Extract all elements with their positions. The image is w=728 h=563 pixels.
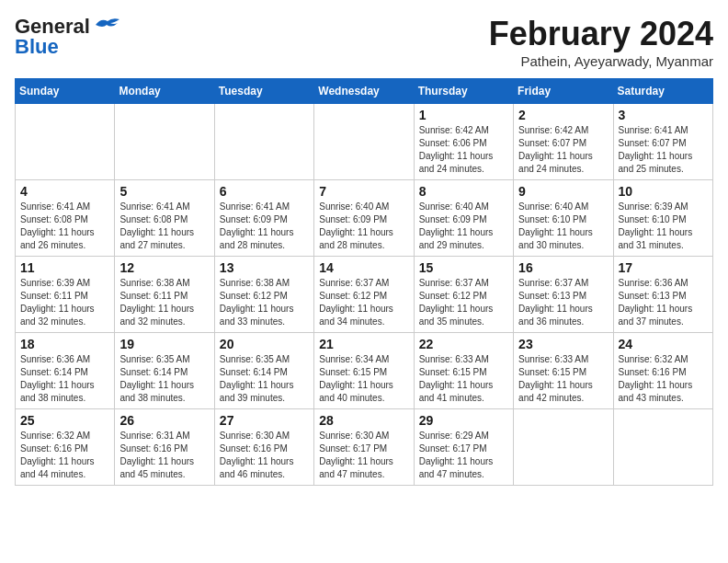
day-number: 27	[220, 413, 309, 428]
calendar-cell: 12Sunrise: 6:38 AMSunset: 6:11 PMDayligh…	[115, 257, 214, 333]
header-cell-tuesday: Tuesday	[214, 79, 313, 104]
day-number: 8	[419, 184, 508, 199]
day-info: Sunrise: 6:39 AMSunset: 6:10 PMDaylight:…	[619, 201, 708, 252]
day-number: 4	[20, 184, 109, 199]
calendar-cell: 10Sunrise: 6:39 AMSunset: 6:10 PMDayligh…	[613, 180, 712, 257]
day-number: 16	[518, 260, 608, 275]
calendar-week-3: 11Sunrise: 6:39 AMSunset: 6:11 PMDayligh…	[16, 257, 713, 333]
calendar-cell: 13Sunrise: 6:38 AMSunset: 6:12 PMDayligh…	[214, 257, 313, 333]
day-info: Sunrise: 6:42 AMSunset: 6:07 PMDaylight:…	[518, 124, 608, 176]
day-number: 15	[419, 260, 508, 275]
calendar-cell: 29Sunrise: 6:29 AMSunset: 6:17 PMDayligh…	[414, 409, 513, 486]
calendar-cell	[16, 104, 115, 180]
day-info: Sunrise: 6:35 AMSunset: 6:14 PMDaylight:…	[220, 353, 309, 405]
day-number: 26	[119, 413, 209, 428]
day-number: 7	[319, 184, 408, 199]
day-number: 11	[20, 260, 109, 275]
calendar-cell: 16Sunrise: 6:37 AMSunset: 6:13 PMDayligh…	[514, 257, 613, 333]
logo-blue-text: Blue	[15, 35, 59, 59]
day-number: 25	[20, 413, 109, 428]
calendar-cell	[613, 409, 712, 486]
day-info: Sunrise: 6:37 AMSunset: 6:12 PMDaylight:…	[319, 277, 408, 328]
day-info: Sunrise: 6:40 AMSunset: 6:09 PMDaylight:…	[319, 201, 408, 252]
calendar-week-2: 4Sunrise: 6:41 AMSunset: 6:08 PMDaylight…	[16, 180, 713, 257]
logo-bird-icon	[94, 16, 121, 34]
day-number: 6	[220, 184, 309, 199]
month-title: February 2024	[489, 15, 713, 53]
calendar-cell: 14Sunrise: 6:37 AMSunset: 6:12 PMDayligh…	[314, 257, 414, 333]
calendar-cell: 8Sunrise: 6:40 AMSunset: 6:09 PMDaylight…	[414, 180, 513, 257]
day-number: 12	[119, 260, 209, 275]
header-cell-wednesday: Wednesday	[314, 79, 414, 104]
day-number: 10	[619, 184, 708, 199]
calendar-cell	[214, 104, 313, 180]
day-number: 18	[20, 337, 109, 351]
calendar-cell: 17Sunrise: 6:36 AMSunset: 6:13 PMDayligh…	[613, 257, 712, 333]
calendar-cell: 18Sunrise: 6:36 AMSunset: 6:14 PMDayligh…	[16, 333, 115, 409]
calendar-cell: 6Sunrise: 6:41 AMSunset: 6:09 PMDaylight…	[214, 180, 313, 257]
logo: General Blue	[15, 15, 121, 59]
day-info: Sunrise: 6:38 AMSunset: 6:12 PMDaylight:…	[220, 277, 309, 328]
calendar-cell: 25Sunrise: 6:32 AMSunset: 6:16 PMDayligh…	[16, 409, 115, 486]
day-info: Sunrise: 6:40 AMSunset: 6:10 PMDaylight:…	[518, 201, 608, 252]
day-info: Sunrise: 6:42 AMSunset: 6:06 PMDaylight:…	[419, 124, 508, 176]
calendar-cell: 3Sunrise: 6:41 AMSunset: 6:07 PMDaylight…	[613, 104, 712, 180]
calendar-week-5: 25Sunrise: 6:32 AMSunset: 6:16 PMDayligh…	[16, 409, 713, 486]
day-info: Sunrise: 6:37 AMSunset: 6:13 PMDaylight:…	[518, 277, 608, 328]
calendar-cell: 28Sunrise: 6:30 AMSunset: 6:17 PMDayligh…	[314, 409, 414, 486]
day-number: 29	[419, 413, 508, 428]
calendar-cell	[314, 104, 414, 180]
calendar-cell: 22Sunrise: 6:33 AMSunset: 6:15 PMDayligh…	[414, 333, 513, 409]
day-info: Sunrise: 6:41 AMSunset: 6:07 PMDaylight:…	[619, 124, 708, 176]
calendar-cell: 27Sunrise: 6:30 AMSunset: 6:16 PMDayligh…	[214, 409, 313, 486]
title-area: February 2024 Pathein, Ayeyarwady, Myanm…	[489, 15, 713, 69]
day-info: Sunrise: 6:35 AMSunset: 6:14 PMDaylight:…	[119, 353, 209, 405]
calendar-cell: 1Sunrise: 6:42 AMSunset: 6:06 PMDaylight…	[414, 104, 513, 180]
calendar-cell	[514, 409, 613, 486]
day-info: Sunrise: 6:40 AMSunset: 6:09 PMDaylight:…	[419, 201, 508, 252]
calendar-cell: 5Sunrise: 6:41 AMSunset: 6:08 PMDaylight…	[115, 180, 214, 257]
day-number: 17	[619, 260, 708, 275]
day-info: Sunrise: 6:33 AMSunset: 6:15 PMDaylight:…	[419, 353, 508, 405]
day-info: Sunrise: 6:36 AMSunset: 6:13 PMDaylight:…	[619, 277, 708, 328]
calendar-cell: 2Sunrise: 6:42 AMSunset: 6:07 PMDaylight…	[514, 104, 613, 180]
calendar-cell: 15Sunrise: 6:37 AMSunset: 6:12 PMDayligh…	[414, 257, 513, 333]
location-subtitle: Pathein, Ayeyarwady, Myanmar	[489, 53, 713, 69]
calendar-cell: 20Sunrise: 6:35 AMSunset: 6:14 PMDayligh…	[214, 333, 313, 409]
day-number: 2	[518, 108, 608, 122]
day-number: 13	[220, 260, 309, 275]
calendar-body: 1Sunrise: 6:42 AMSunset: 6:06 PMDaylight…	[16, 104, 713, 486]
calendar-cell: 21Sunrise: 6:34 AMSunset: 6:15 PMDayligh…	[314, 333, 414, 409]
day-info: Sunrise: 6:31 AMSunset: 6:16 PMDaylight:…	[119, 430, 209, 481]
day-number: 5	[119, 184, 209, 199]
day-info: Sunrise: 6:41 AMSunset: 6:08 PMDaylight:…	[119, 201, 209, 252]
day-number: 23	[518, 337, 608, 351]
calendar-cell	[115, 104, 214, 180]
header-cell-monday: Monday	[115, 79, 214, 104]
calendar-cell: 11Sunrise: 6:39 AMSunset: 6:11 PMDayligh…	[16, 257, 115, 333]
calendar-cell: 7Sunrise: 6:40 AMSunset: 6:09 PMDaylight…	[314, 180, 414, 257]
calendar-cell: 4Sunrise: 6:41 AMSunset: 6:08 PMDaylight…	[16, 180, 115, 257]
calendar-header: SundayMondayTuesdayWednesdayThursdayFrid…	[16, 79, 713, 104]
header-cell-saturday: Saturday	[613, 79, 712, 104]
day-info: Sunrise: 6:33 AMSunset: 6:15 PMDaylight:…	[518, 353, 608, 405]
calendar-week-1: 1Sunrise: 6:42 AMSunset: 6:06 PMDaylight…	[16, 104, 713, 180]
calendar-cell: 23Sunrise: 6:33 AMSunset: 6:15 PMDayligh…	[514, 333, 613, 409]
day-number: 28	[319, 413, 408, 428]
day-number: 19	[119, 337, 209, 351]
page-header: General Blue February 2024 Pathein, Ayey…	[15, 15, 713, 69]
calendar-cell: 9Sunrise: 6:40 AMSunset: 6:10 PMDaylight…	[514, 180, 613, 257]
calendar-cell: 24Sunrise: 6:32 AMSunset: 6:16 PMDayligh…	[613, 333, 712, 409]
day-number: 22	[419, 337, 508, 351]
header-row: SundayMondayTuesdayWednesdayThursdayFrid…	[16, 79, 713, 104]
calendar-week-4: 18Sunrise: 6:36 AMSunset: 6:14 PMDayligh…	[16, 333, 713, 409]
day-info: Sunrise: 6:41 AMSunset: 6:09 PMDaylight:…	[220, 201, 309, 252]
day-number: 20	[220, 337, 309, 351]
day-number: 3	[619, 108, 708, 122]
calendar-cell: 19Sunrise: 6:35 AMSunset: 6:14 PMDayligh…	[115, 333, 214, 409]
day-number: 24	[619, 337, 708, 351]
header-cell-thursday: Thursday	[414, 79, 513, 104]
day-info: Sunrise: 6:36 AMSunset: 6:14 PMDaylight:…	[20, 353, 109, 405]
day-info: Sunrise: 6:38 AMSunset: 6:11 PMDaylight:…	[119, 277, 209, 328]
day-info: Sunrise: 6:29 AMSunset: 6:17 PMDaylight:…	[419, 430, 508, 481]
